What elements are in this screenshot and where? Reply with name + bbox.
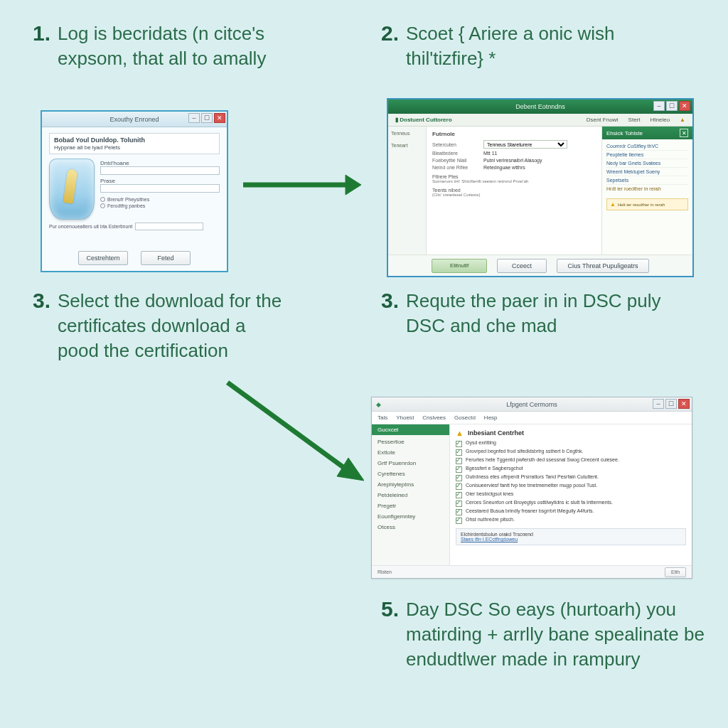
radio2[interactable]: [100, 203, 105, 208]
footer-button-3[interactable]: Cius Threat Pupuligeatrs: [557, 259, 649, 273]
tab-3[interactable]: Htneleo: [651, 117, 670, 123]
step-2: 2. Scoet { Ariere a onic wish thil'tizfi…: [381, 21, 662, 71]
checkbox-icon[interactable]: [456, 492, 462, 498]
login-secondary-button[interactable]: Feted: [141, 251, 191, 265]
panel-item[interactable]: Sepetsets: [606, 176, 688, 185]
checkbox-icon[interactable]: [456, 441, 462, 447]
checkbox-icon[interactable]: [456, 500, 462, 507]
sidebar-item[interactable]: Exttote: [372, 447, 449, 458]
login-primary-button[interactable]: Cestrehtern: [78, 251, 128, 265]
status-bar: Risten Elth: [372, 565, 692, 578]
checklist-content: ▲Inbesiant Centrhet Oysd exrittingGrovrp…: [450, 424, 692, 565]
checklist-item: Ceestared Busua brindly freaner bsgrrbrt…: [456, 508, 686, 515]
step-5: 5. Day DSC So eays (hurtoarh) you matird…: [381, 597, 705, 672]
footer-button-1[interactable]: Elitnutlf: [432, 259, 487, 273]
settings-left-nav: Tenneus Teneart: [388, 127, 427, 255]
checkbox-icon[interactable]: [456, 518, 462, 524]
close-icon[interactable]: ✕: [679, 101, 690, 111]
menu-item[interactable]: Hesp: [484, 414, 498, 421]
step-1-number: 1.: [33, 21, 50, 46]
menu-item[interactable]: Gosectd: [454, 414, 476, 421]
menu-item[interactable]: Yhoeid: [396, 414, 414, 421]
checklist-label: Ferurtes hete Tggentd pwfersth ded ssess…: [466, 457, 619, 462]
panel-item[interactable]: Hrdt ier roedther in rerah: [606, 185, 688, 193]
shield-pencil-icon: [49, 159, 95, 220]
sidebar-item-selected[interactable]: Gucxcet: [372, 424, 449, 435]
checklist-label: Bgessfert e Sagbersgchot: [466, 466, 523, 471]
radio1[interactable]: [100, 197, 105, 202]
checkbox-icon[interactable]: [456, 449, 462, 456]
footnote-input[interactable]: [135, 223, 203, 230]
login-banner: Bobad Youl Dunldop. Tolunith Hypprae all…: [49, 133, 220, 154]
panel-close-icon[interactable]: ✕: [680, 129, 688, 137]
field1-input[interactable]: [100, 166, 220, 175]
checkbox-icon[interactable]: [456, 466, 462, 473]
radio1-label: Brenufr Pheysithes: [107, 197, 149, 202]
checklist-item: Bgessfert e Sagbersgchot: [456, 466, 686, 473]
minimize-icon[interactable]: –: [653, 101, 665, 111]
menu-item[interactable]: Tals: [378, 414, 387, 421]
checklist-label: Grovrped begnfed frod sifedldsbrtrg ssth…: [466, 449, 583, 454]
panel-item[interactable]: Coomrdr CoStfley thVC: [606, 142, 688, 151]
sub-heading: Teents nibed: [432, 188, 596, 193]
settings-titlebar: Debent Eotnndns – ☐ ✕: [388, 100, 692, 114]
checklist-item: Grovrped begnfed frod sifedldsbrtrg ssth…: [456, 449, 686, 456]
step-1-text: Log is becridats (n citce's expsom, that…: [58, 21, 328, 71]
checklist-titlebar: ◆ Lfpgent Cermoms – ☐ ✕: [372, 397, 692, 412]
svg-marker-1: [346, 175, 361, 195]
sidebar-item[interactable]: Pregetr: [372, 500, 449, 511]
sidebar-item[interactable]: Petdeleined: [372, 490, 449, 500]
sidebar-item[interactable]: Cyrettenes: [372, 469, 449, 479]
panel-warning: ▲Helt ter resolther in rerah: [606, 198, 688, 210]
warning-icon: ▲: [680, 117, 685, 123]
footnote-label: Pur oncenouealters uit bta Estertinont: [49, 224, 132, 229]
maximize-icon[interactable]: ☐: [201, 113, 213, 123]
sidebar-item[interactable]: Pessertioe: [372, 437, 449, 447]
step-3-text: Select the download for the certificates…: [58, 289, 285, 363]
field1-label: Dntd'hoane: [100, 160, 220, 166]
checkbox-icon[interactable]: [456, 475, 462, 481]
footer-button-2[interactable]: Cceect: [497, 259, 547, 273]
panel-item[interactable]: Peoptetie tlemes: [606, 151, 688, 159]
checklist-item: Oysd exritting: [456, 440, 686, 447]
menu-item[interactable]: Cnslvees: [422, 414, 446, 421]
svg-marker-3: [337, 458, 364, 481]
panel-item[interactable]: Nedy bar Gnets Svatees: [606, 159, 688, 168]
sidebar-item[interactable]: Arephiyteptms: [372, 479, 449, 490]
select-field[interactable]: Tenneus Stareturere: [483, 140, 567, 149]
checklist-item: Ferurtes hete Tggentd pwfersth ded ssess…: [456, 457, 686, 464]
panel-item[interactable]: Wreent Metdupet Soeny: [606, 168, 688, 176]
field2-label: Prase: [100, 178, 220, 184]
sidebar-item[interactable]: Grtf Psuenrdon: [372, 458, 449, 469]
status-button[interactable]: Elth: [665, 567, 686, 577]
tab-1[interactable]: Dsent Fnowt: [587, 117, 619, 123]
maximize-icon[interactable]: ☐: [665, 399, 677, 409]
step-4: 3. Requte the paer in in DSC puly DSC an…: [381, 289, 690, 338]
checklist-menu: Tals Yhoeid Cnslvees Gosectd Hesp: [372, 412, 692, 424]
step-5-text: Day DSC So eays (hurtoarh) you matirding…: [406, 597, 705, 672]
checkbox-icon[interactable]: [456, 483, 462, 490]
checkbox-icon[interactable]: [456, 509, 462, 515]
minimize-icon[interactable]: –: [653, 399, 664, 409]
step-4-text: Requte the paer in in DSC puly DSC and c…: [406, 289, 690, 338]
checklist-item: Oier besbictgsot knes: [456, 491, 686, 498]
leftnav-item[interactable]: Teneart: [391, 143, 423, 148]
content-header: Inbesiant Centrhet: [468, 429, 524, 437]
close-icon[interactable]: ✕: [678, 399, 690, 409]
sidebar-item[interactable]: Eounfigemntey: [372, 511, 449, 522]
close-icon[interactable]: ✕: [214, 113, 225, 123]
leftnav-item[interactable]: Tenneus: [391, 131, 423, 136]
sidebar-item[interactable]: Otcess: [372, 522, 449, 532]
section-title: Futrnole: [432, 131, 596, 137]
checkbox-icon[interactable]: [456, 458, 462, 464]
checklist-item: Cerces Sneunfon ont Broyegtys osttilwyti…: [456, 500, 686, 507]
maximize-icon[interactable]: ☐: [666, 101, 678, 111]
sub-heading: Fttrere Ptes: [432, 174, 596, 179]
minimize-icon[interactable]: –: [188, 113, 200, 123]
field2-input[interactable]: [100, 184, 220, 193]
step-4-number: 3.: [381, 289, 399, 313]
link[interactable]: Staes ifin I.ECctfirgdoweu: [461, 537, 518, 542]
checklist-item: Outrdness etes oftrperdt Prsrrattors Tan…: [456, 474, 686, 481]
brand-label: ▮ Dostuent Cuttorero: [395, 117, 452, 123]
tab-2[interactable]: Stert: [628, 117, 641, 123]
